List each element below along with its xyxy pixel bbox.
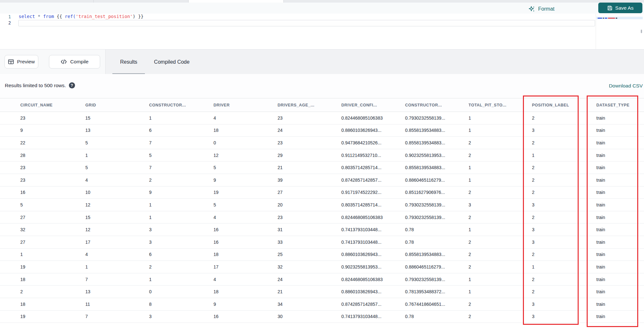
table-cell: 4 [213, 115, 278, 121]
column-header-driver: DRIVER [213, 103, 278, 107]
table-cell: 7 [85, 314, 149, 319]
table-cell: 0.824468085106383 [341, 277, 405, 282]
results-limit-text: Results limited to 500 rows. [5, 83, 66, 88]
table-cell: 1 [469, 277, 532, 282]
line-number-1: 1 [8, 14, 11, 19]
table-cell: 23 [20, 178, 85, 183]
column-header-total_pit_sto: TOTAL_PIT_STO... [469, 103, 532, 107]
table-cell: 5 [20, 202, 85, 207]
code-line-1[interactable]: select * from {{ ref('train_test_positio… [19, 14, 144, 19]
preview-button-label: Preview [17, 59, 35, 65]
table-cell: train [596, 140, 644, 145]
table-cell: 7 [149, 165, 213, 170]
table-row: 213018210.8860103626943...0.781395348837… [0, 286, 644, 298]
table-cell: 15 [85, 115, 149, 121]
results-tabs: ResultsCompiled Code [112, 50, 198, 74]
table-cell: 17 [85, 240, 149, 245]
results-action-panel: Preview Compile ResultsCompiled Code [0, 49, 644, 74]
active-file-tab[interactable] [188, 0, 283, 3]
line-number-2: 2 [8, 20, 11, 25]
table-cell: 2 [532, 190, 596, 195]
table-cell: 1 [532, 153, 596, 158]
table-cell: 0.9023255813953... [405, 153, 469, 158]
table-cell: 0.78 [405, 314, 469, 319]
format-button[interactable]: Format [529, 5, 554, 13]
table-cell: 0.78 [405, 240, 469, 245]
table-cell: 2 [469, 264, 532, 269]
table-cell: 0.7813953488372... [405, 289, 469, 294]
editor-actions: Preview Compile [0, 50, 106, 74]
code-token-plain [40, 14, 43, 19]
table-cell: 7 [85, 277, 149, 282]
table-cell: 2 [469, 314, 532, 319]
save-as-button[interactable]: Save As [598, 3, 642, 13]
editor-minimap[interactable] [596, 14, 643, 49]
compile-button[interactable]: Compile [49, 55, 100, 68]
table-cell: 0.7930232558139... [405, 215, 469, 220]
table-cell: 16 [213, 314, 278, 319]
table-row: 197316300.7413793103448...0.7823train [0, 311, 644, 323]
table-cell: 3 [149, 227, 213, 232]
table-cell: 13 [85, 289, 149, 294]
table-row: 191217320.9023255813953...0.886046511627… [0, 261, 644, 273]
save-as-button-label: Save As [615, 5, 634, 11]
table-cell: 3 [532, 240, 596, 245]
code-token-keyword: ref( [65, 14, 76, 19]
table-cell: 1 [149, 215, 213, 220]
preview-button[interactable]: Preview [5, 55, 38, 68]
column-header-position_label: POSITION_LABEL [532, 103, 596, 107]
tab-results[interactable]: Results [112, 50, 146, 74]
table-cell: 23 [278, 115, 341, 121]
table-cell: 6 [149, 128, 213, 133]
code-icon [61, 59, 67, 64]
table-cell: 12 [213, 153, 278, 158]
table-cell: 2 [532, 115, 596, 121]
table-cell: 25 [278, 252, 341, 257]
table-cell: 2 [532, 178, 596, 183]
table-cell: 28 [20, 153, 85, 158]
table-cell: 0.7930232558139... [405, 277, 469, 282]
table-row: 1610919270.9171974522292...0.85116279069… [0, 187, 644, 199]
table-cell: 2 [20, 289, 85, 294]
table-cell: 3 [532, 314, 596, 319]
minimap-slider[interactable] [641, 30, 642, 33]
help-icon[interactable]: ? [69, 82, 75, 88]
table-row: 2717316330.7413793103448...0.7823train [0, 236, 644, 249]
table-cell: 9 [20, 128, 85, 133]
column-header-driver_confi: DRIVER_CONFI... [341, 103, 405, 107]
table-cell: 0.7930232558139... [405, 115, 469, 121]
table-cell: 6 [149, 252, 213, 257]
code-token-plain: ) [133, 14, 135, 19]
table-cell: 2 [469, 190, 532, 195]
table-cell: train [596, 153, 644, 158]
table-row: 51215200.8035714285714...0.7930232558139… [0, 199, 644, 211]
table-cell: 3 [532, 302, 596, 307]
sql-code-editor[interactable]: 1 2 select * from {{ ref('train_test_pos… [0, 14, 644, 49]
table-row: 22570230.9473684210526...0.8558139534883… [0, 137, 644, 149]
table-cell: 1 [469, 227, 532, 232]
column-header-circuit_name: CIRCUIT_NAME [20, 103, 85, 107]
code-token-keyword: select [19, 14, 35, 19]
table-cell: 12 [85, 227, 149, 232]
download-csv-link[interactable]: Download CSV [609, 83, 643, 89]
table-cell: 1 [469, 178, 532, 183]
table-cell: 1 [85, 153, 149, 158]
results-table: CIRCUIT_NAMEGRIDCONSTRUCTOR...DRIVERDRIV… [0, 98, 644, 323]
table-row: 14618250.8860103626943...0.8558139534883… [0, 249, 644, 261]
table-cell: 2 [532, 140, 596, 145]
results-table-body: 231514230.8244680851063830.7930232558139… [0, 112, 644, 323]
table-cell: 16 [20, 190, 85, 195]
table-cell: 0.9023255813953... [341, 264, 405, 269]
table-cell: 0.7413793103448... [341, 240, 405, 245]
table-cell: 2 [149, 264, 213, 269]
table-cell: train [596, 277, 644, 282]
table-cell: 39 [278, 178, 341, 183]
table-cell: 0.8558139534883... [405, 165, 469, 170]
table-cell: 27 [20, 215, 85, 220]
table-cell: 2 [532, 215, 596, 220]
table-cell: 1 [85, 264, 149, 269]
table-cell: 11 [85, 302, 149, 307]
table-cell: 1 [149, 202, 213, 207]
tab-compiled-code[interactable]: Compiled Code [146, 50, 198, 74]
table-cell: 0.8860103626943... [341, 252, 405, 257]
